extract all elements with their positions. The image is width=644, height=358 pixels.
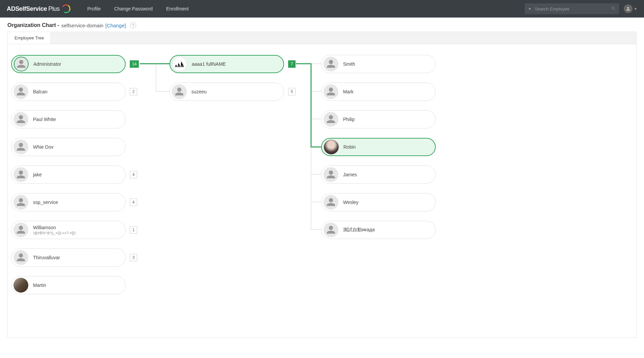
main-nav: Profile Change Password Enrollment [87,6,189,11]
node-name: ssp_service [33,200,58,205]
avatar-placeholder-icon [324,195,338,210]
org-node[interactable]: ssp_service [11,193,126,211]
org-node-row: 測試自動икада [321,220,442,240]
org-node-row: jake4 [11,165,132,184]
search-input[interactable] [535,6,611,11]
avatar-placeholder-icon [13,250,28,265]
avatar-photo [324,140,339,154]
node-label: Martin [33,282,46,288]
node-label: Wesley [343,200,359,205]
org-node[interactable]: Administrator [11,55,126,73]
header-right: ▼ ▼ [525,3,637,14]
org-node[interactable]: Paul White [11,110,126,128]
org-node[interactable]: James [321,166,436,184]
user-menu[interactable]: ▼ [624,4,637,13]
node-label: 測試自動икада [343,227,375,233]
change-domain-link[interactable]: [Change] [105,23,126,28]
org-node[interactable]: Williamson!@#$%^&*()_+{}|:<>?-=[]\;' [11,221,126,239]
nav-change-password[interactable]: Change Password [114,6,153,11]
org-node-row: Thiruvalluvar3 [11,248,132,267]
node-label: Mark [343,89,354,94]
node-label: Thiruvalluvar [33,255,60,260]
org-node-row: Paul White [11,110,132,129]
node-label: Philip [343,117,355,122]
org-node-row: Martin [11,275,132,295]
chevron-down-icon: ▼ [634,7,637,11]
node-name: Whie Dov [33,144,54,150]
logo-arc-icon [61,3,71,14]
tab-employee-tree[interactable]: Employee Tree [8,32,51,44]
org-node[interactable]: suzeeu [170,83,284,101]
content-frame: Employee Tree Administrator14Balcan2Paul… [7,32,637,338]
node-label: Williamson!@#$%^&*()_+{}|:<>?-=[]\;' [33,225,77,235]
org-node[interactable]: Martin [11,276,126,294]
page-title: Organization Chart - [7,22,59,28]
node-name: Smith [343,61,355,67]
org-node[interactable]: Smith [321,55,436,73]
node-name: James [343,172,357,177]
org-node[interactable]: Whie Dov [11,138,126,156]
org-node[interactable]: Philip [321,110,436,128]
node-name: Williamson [33,225,77,230]
direct-reports-count[interactable]: 4 [130,171,137,178]
org-node-row: ssp_service4 [11,192,132,212]
search-filter-dropdown-icon[interactable]: ▼ [528,7,531,11]
node-name: Paul White [33,117,56,122]
search-employee[interactable]: ▼ [525,3,619,14]
org-node[interactable]: Robin [321,138,436,156]
node-subtext: !@#$%^&*()_+{}|:<>?-=[]\;' [33,231,77,235]
org-node-row: Wesley [321,192,442,212]
avatar-placeholder-icon [324,84,338,99]
node-label: suzeeu [191,89,207,94]
direct-reports-count[interactable]: 14 [130,60,139,68]
node-label: ssp_service [33,200,58,205]
app-header: ADSelfServicePlus Profile Change Passwor… [0,0,644,18]
direct-reports-count[interactable]: 1 [130,226,137,234]
domain-name: selfservice-domain [61,23,103,28]
direct-reports-count[interactable]: 2 [130,88,137,95]
nav-profile[interactable]: Profile [87,6,101,11]
search-icon[interactable] [611,6,616,12]
org-node-row: Williamson!@#$%^&*()_+{}|:<>?-=[]\;'1 [11,220,132,240]
avatar-placeholder-icon [324,112,338,127]
node-label: Administrator [33,61,61,67]
node-name: Wesley [343,200,359,205]
node-name: Thiruvalluvar [33,255,60,260]
org-node-row: Whie Dov [11,137,132,157]
help-icon[interactable]: ? [130,22,136,28]
direct-reports-count[interactable]: 4 [130,199,137,206]
node-label: Robin [343,144,356,150]
app-logo: ADSelfServicePlus [7,4,70,13]
org-node[interactable]: 測試自動икада [321,221,436,239]
direct-reports-count[interactable]: 5 [288,88,296,95]
nav-enrollment[interactable]: Enrollment [166,6,189,11]
node-name: jake [33,172,42,177]
avatar-placeholder-icon [324,167,338,182]
avatar-placeholder-icon [13,84,28,99]
org-node[interactable]: aaaa1 fullNAME [170,55,284,73]
direct-reports-count[interactable]: 7 [288,60,296,68]
org-node[interactable]: Mark [321,83,436,101]
logo-plus: Plus [48,5,60,12]
org-node-row: Robin [321,137,442,157]
node-name: suzeeu [191,89,207,94]
page-subheader: Organization Chart - selfservice-domain … [0,18,644,32]
node-name: Robin [343,144,356,150]
org-node[interactable]: Thiruvalluvar [11,248,126,267]
node-label: Paul White [33,117,56,122]
node-name: Mark [343,89,354,94]
avatar-placeholder-icon [13,112,28,127]
node-label: jake [33,172,42,177]
org-node[interactable]: Balcan [11,83,126,101]
org-node-row: suzeeu5 [170,82,291,101]
org-node[interactable]: Wesley [321,193,436,211]
org-node[interactable]: jake [11,166,126,184]
tab-row: Employee Tree [8,32,636,44]
node-name: Administrator [33,61,61,67]
org-node-row: Smith [321,54,442,74]
direct-reports-count[interactable]: 3 [130,254,137,261]
user-avatar-icon [624,4,633,13]
avatar-placeholder-icon [324,222,338,237]
avatar-placeholder-icon [14,57,29,71]
org-node-row: James [321,165,442,184]
